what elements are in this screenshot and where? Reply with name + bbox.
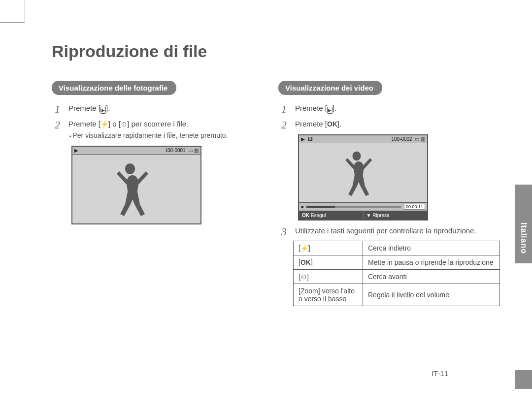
key-cell: [] bbox=[294, 241, 363, 255]
desc-cell: Regola il livello del volume bbox=[363, 284, 500, 306]
desc-cell: Cerca indietro bbox=[363, 241, 500, 255]
photos-step-1: Premete []. bbox=[52, 103, 259, 114]
page-content: Riproduzione di file Visualizzazione del… bbox=[52, 30, 485, 306]
play-icon bbox=[327, 107, 332, 114]
file-counter: 100-0001 bbox=[165, 148, 185, 153]
page-title: Riproduzione di file bbox=[52, 42, 485, 61]
videos-step-2: Premete [OK]. bbox=[278, 119, 485, 129]
videos-heading: Visualizzazione dei video bbox=[278, 81, 382, 95]
video-preview-screenshot: ▶ 🎞 100-0002 ▭ ▥ ■ 00:00:11 OK Esegui bbox=[298, 134, 428, 221]
videos-section: Visualizzazione dei video Premete []. Pr… bbox=[278, 81, 485, 306]
desc-cell: Cerca avanti bbox=[363, 269, 500, 284]
elapsed-time: 00:00:11 bbox=[404, 204, 425, 210]
table-row: [Zoom] verso l'alto o verso il basso Reg… bbox=[294, 284, 500, 306]
flash-icon bbox=[300, 244, 308, 252]
ok-key-label: OK bbox=[302, 213, 309, 218]
photos-step-2: Premete [] o [] per scorrere i file. Per… bbox=[52, 119, 259, 141]
table-row: [OK] Mette in pausa o riprende la riprod… bbox=[294, 255, 500, 269]
timer-icon bbox=[121, 120, 127, 128]
playback-mode-icon: ▶ 🎞 bbox=[301, 136, 313, 142]
person-silhouette-icon bbox=[108, 159, 152, 223]
table-row: [] Cerca indietro bbox=[294, 241, 500, 255]
photo-preview-screenshot: ▶ 100-0001 ▭ ▥ bbox=[71, 146, 201, 224]
key-cell: [Zoom] verso l'alto o verso il basso bbox=[294, 284, 363, 306]
controls-table: [] Cerca indietro [OK] Mette in pausa o … bbox=[293, 241, 500, 306]
language-tab: Italiano bbox=[515, 185, 532, 263]
progress-bar bbox=[306, 206, 401, 208]
desc-cell: Mette in pausa o riprende la riproduzion… bbox=[363, 255, 500, 269]
file-counter: 100-0002 bbox=[391, 136, 412, 142]
play-icon bbox=[100, 107, 106, 114]
page-number: IT-11 bbox=[432, 369, 448, 378]
language-label: Italiano bbox=[519, 222, 528, 254]
execute-label: Esegui bbox=[311, 213, 326, 218]
videos-step-3: Utilizzate i tasti seguenti per controll… bbox=[278, 225, 485, 236]
key-cell: [] bbox=[294, 269, 363, 284]
videos-step-1: Premete []. bbox=[278, 103, 485, 114]
photos-step-2-sub: Per visualizzare rapidamente i file, ten… bbox=[68, 131, 259, 141]
photos-section: Visualizzazione delle fotografie Premete… bbox=[52, 81, 259, 306]
ok-icon: OK bbox=[300, 258, 311, 266]
down-arrow-icon: ▼ bbox=[366, 213, 371, 218]
ok-icon: OK bbox=[327, 120, 337, 128]
flash-icon bbox=[100, 120, 108, 128]
key-cell: [OK] bbox=[294, 255, 363, 269]
capture-label: Ripresa bbox=[372, 213, 389, 218]
photos-heading: Visualizzazione delle fotografie bbox=[52, 81, 176, 95]
person-silhouette-icon bbox=[337, 148, 376, 202]
table-row: [] Cerca avanti bbox=[294, 269, 500, 284]
playback-mode-icon: ▶ bbox=[74, 148, 78, 153]
language-tab-stub bbox=[515, 370, 532, 389]
stop-icon: ■ bbox=[301, 204, 303, 209]
timer-icon bbox=[300, 273, 307, 281]
